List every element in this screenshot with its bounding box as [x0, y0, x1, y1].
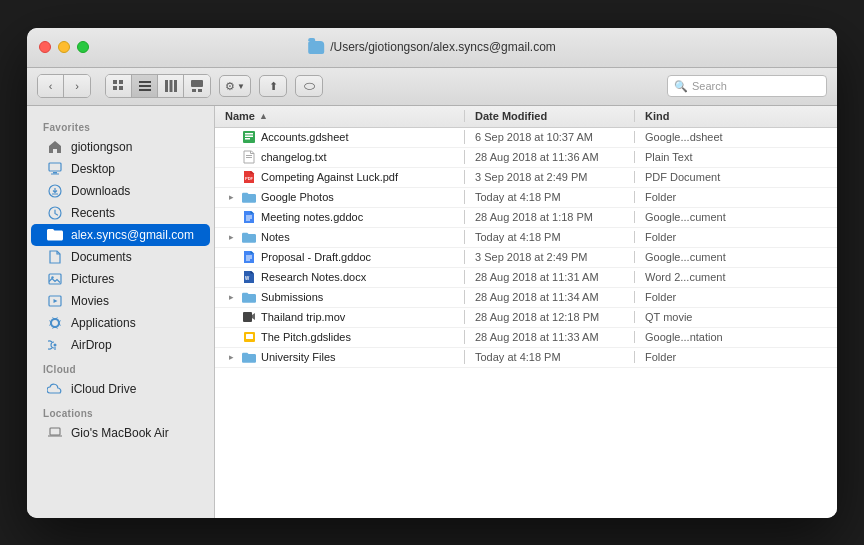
svg-rect-6	[139, 89, 151, 91]
favorites-label: Favorites	[27, 114, 214, 136]
file-name-cell: Meeting notes.gddoc	[215, 210, 465, 224]
table-row[interactable]: ▸ University Files Today at 4:18 PM Fold…	[215, 348, 837, 368]
expand-arrow: ▸	[225, 192, 237, 202]
file-name-cell: ▸ University Files	[215, 350, 465, 364]
filelist-header: Name ▲ Date Modified Kind	[215, 106, 837, 128]
sidebar-item-label: alex.syncs@gmail.com	[71, 228, 194, 242]
file-date-cell: 3 Sep 2018 at 2:49 PM	[465, 171, 635, 183]
file-name: Competing Against Luck.pdf	[261, 171, 398, 183]
finder-window: /Users/giotiongson/alex.syncs@gmail.com …	[27, 28, 837, 518]
gear-icon: ⚙	[225, 80, 235, 93]
table-row[interactable]: The Pitch.gdslides 28 Aug 2018 at 11:33 …	[215, 328, 837, 348]
table-row[interactable]: ▸ Submissions 28 Aug 2018 at 11:34 AM Fo…	[215, 288, 837, 308]
file-list: Name ▲ Date Modified Kind Accounts.gdshe…	[215, 106, 837, 518]
tag-button[interactable]: ⬭	[295, 75, 323, 97]
file-date-cell: 28 Aug 2018 at 12:18 PM	[465, 311, 635, 323]
actions-button[interactable]: ⚙ ▼	[219, 75, 251, 97]
svg-rect-2	[113, 86, 117, 90]
sidebar-item-desktop[interactable]: Desktop	[31, 158, 210, 180]
svg-rect-1	[119, 80, 123, 84]
sidebar-item-applications[interactable]: Applications	[31, 312, 210, 334]
table-row[interactable]: ▸ Google Photos Today at 4:18 PM Folder	[215, 188, 837, 208]
sidebar-item-pictures[interactable]: Pictures	[31, 268, 210, 290]
file-icon	[242, 350, 256, 364]
pictures-icon	[47, 271, 63, 287]
table-row[interactable]: Thailand trip.mov 28 Aug 2018 at 12:18 P…	[215, 308, 837, 328]
sidebar-item-label: Documents	[71, 250, 132, 264]
sidebar-item-giotiongson[interactable]: giotiongson	[31, 136, 210, 158]
file-date-cell: 28 Aug 2018 at 11:34 AM	[465, 291, 635, 303]
file-name: Meeting notes.gddoc	[261, 211, 363, 223]
date-col-label: Date Modified	[475, 110, 547, 122]
forward-button[interactable]: ›	[64, 75, 90, 97]
file-name-cell: Proposal - Draft.gddoc	[215, 250, 465, 264]
tag-icon: ⬭	[304, 78, 315, 94]
documents-icon	[47, 249, 63, 265]
maximize-button[interactable]	[77, 41, 89, 53]
file-date-cell: 6 Sep 2018 at 10:37 AM	[465, 131, 635, 143]
file-date-cell: 28 Aug 2018 at 11:33 AM	[465, 331, 635, 343]
sidebar-item-alexsyncs[interactable]: alex.syncs@gmail.com	[31, 224, 210, 246]
table-row[interactable]: changelog.txt 28 Aug 2018 at 11:36 AM Pl…	[215, 148, 837, 168]
file-icon	[242, 310, 256, 324]
search-box[interactable]: 🔍 Search	[667, 75, 827, 97]
list-view-button[interactable]	[132, 75, 158, 97]
sidebar-item-label: Recents	[71, 206, 115, 220]
sidebar-item-recents[interactable]: Recents	[31, 202, 210, 224]
minimize-button[interactable]	[58, 41, 70, 53]
file-name-cell: PDF Competing Against Luck.pdf	[215, 170, 465, 184]
close-button[interactable]	[39, 41, 51, 53]
sidebar-item-downloads[interactable]: Downloads	[31, 180, 210, 202]
icon-view-button[interactable]	[106, 75, 132, 97]
sidebar-item-label: giotiongson	[71, 140, 132, 154]
file-date-cell: Today at 4:18 PM	[465, 351, 635, 363]
svg-rect-15	[51, 174, 59, 175]
svg-rect-11	[192, 89, 196, 92]
svg-rect-4	[139, 81, 151, 83]
back-button[interactable]: ‹	[38, 75, 64, 97]
table-row[interactable]: Proposal - Draft.gddoc 3 Sep 2018 at 2:4…	[215, 248, 837, 268]
file-name-cell: ▸ Notes	[215, 230, 465, 244]
file-kind-cell: Folder	[635, 351, 837, 363]
table-row[interactable]: PDF Competing Against Luck.pdf 3 Sep 201…	[215, 168, 837, 188]
desktop-icon	[47, 161, 63, 177]
column-name-header[interactable]: Name ▲	[215, 110, 465, 122]
sidebar-item-documents[interactable]: Documents	[31, 246, 210, 268]
svg-rect-14	[53, 172, 57, 174]
file-kind-cell: Google...dsheet	[635, 131, 837, 143]
search-icon: 🔍	[674, 80, 688, 93]
svg-rect-13	[49, 163, 61, 171]
folder-icon	[47, 227, 63, 243]
nav-buttons: ‹ ›	[37, 74, 91, 98]
file-kind-cell: Word 2...cument	[635, 271, 837, 283]
file-icon	[242, 330, 256, 344]
table-row[interactable]: Meeting notes.gddoc 28 Aug 2018 at 1:18 …	[215, 208, 837, 228]
sidebar-item-movies[interactable]: Movies	[31, 290, 210, 312]
table-row[interactable]: Accounts.gdsheet 6 Sep 2018 at 10:37 AM …	[215, 128, 837, 148]
sidebar-item-airdrop[interactable]: AirDrop	[31, 334, 210, 356]
svg-rect-38	[243, 312, 252, 322]
locations-label: Locations	[27, 400, 214, 422]
expand-arrow: ▸	[225, 232, 237, 242]
main-area: Favorites giotiongson Desktop Downloads	[27, 106, 837, 518]
sort-arrow: ▲	[259, 111, 268, 121]
column-date-header[interactable]: Date Modified	[465, 110, 635, 122]
share-button[interactable]: ⬆	[259, 75, 287, 97]
file-name: The Pitch.gdslides	[261, 331, 351, 343]
file-kind-cell: Plain Text	[635, 151, 837, 163]
table-row[interactable]: W Research Notes.docx 28 Aug 2018 at 11:…	[215, 268, 837, 288]
file-date-cell: Today at 4:18 PM	[465, 231, 635, 243]
gallery-view-button[interactable]	[184, 75, 210, 97]
file-icon	[242, 150, 256, 164]
sidebar-item-icloud-drive[interactable]: iCloud Drive	[31, 378, 210, 400]
file-name-cell: The Pitch.gdslides	[215, 330, 465, 344]
table-row[interactable]: ▸ Notes Today at 4:18 PM Folder	[215, 228, 837, 248]
sidebar-item-macbook[interactable]: Gio's MacBook Air	[31, 422, 210, 444]
file-kind-cell: Google...cument	[635, 251, 837, 263]
column-view-button[interactable]	[158, 75, 184, 97]
file-date-cell: Today at 4:18 PM	[465, 191, 635, 203]
svg-rect-23	[50, 428, 60, 435]
svg-rect-25	[245, 133, 253, 135]
file-kind-cell: PDF Document	[635, 171, 837, 183]
column-kind-header[interactable]: Kind	[635, 110, 837, 122]
